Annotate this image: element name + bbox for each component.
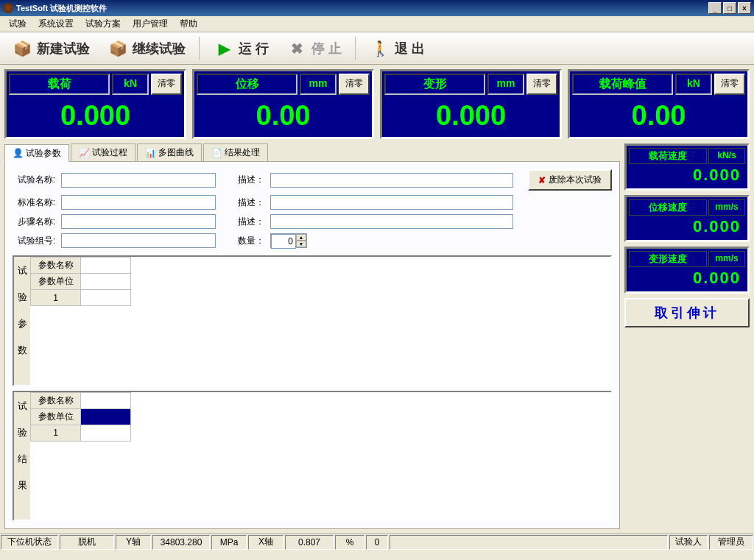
chart-multi-icon: 📊 — [145, 148, 155, 158]
status-machine-label: 下位机状态 — [1, 535, 58, 550]
tab-result-process[interactable]: 📄结果处理 — [203, 143, 268, 161]
status-yaxis-value: 34803.280 — [152, 535, 210, 550]
display-deformation: 变形 mm 清零 0.000 — [380, 69, 562, 139]
window-title: TestSoft 试验机测控软件 — [16, 3, 107, 14]
status-connection: 脱机 — [60, 535, 114, 550]
desc1-label: 描述： — [222, 174, 264, 186]
continue-test-button[interactable]: 📦 继续试验 — [100, 35, 193, 62]
person-icon: 👤 — [13, 148, 23, 158]
status-spacer — [390, 535, 668, 550]
qty-input[interactable] — [271, 234, 296, 249]
param-name-cell[interactable] — [81, 258, 131, 274]
display-peak-load-zero-button[interactable]: 清零 — [714, 74, 745, 95]
tab-test-process[interactable]: 📈试验过程 — [71, 143, 135, 161]
status-yaxis-unit: MPa — [211, 535, 247, 550]
qty-stepper[interactable]: ▲▼ — [270, 233, 307, 248]
menu-help[interactable]: 帮助 — [174, 16, 203, 32]
display-load: 载荷 kN 清零 0.000 — [4, 69, 186, 139]
display-deformation-zero-button[interactable]: 清零 — [526, 74, 557, 95]
close-button[interactable]: × — [738, 2, 751, 14]
display-deformation-value: 0.000 — [384, 96, 557, 135]
display-peak-load-unit: kN — [675, 74, 712, 95]
chart-red-icon: 📈 — [79, 148, 89, 158]
tab-content: 试验名称: 描述： ✘废除本次试验 标准名称: 描述： 步骤名称: 描述： 试 — [4, 161, 620, 529]
test-params-grid: 试验参数 参数名称 参数单位 1 — [13, 255, 612, 386]
qty-down[interactable]: ▼ — [296, 241, 306, 247]
toolbar: 📦 新建试验 📦 继续试验 ▶ 运 行 ✖ 停 止 🚶 退 出 — [0, 32, 754, 65]
display-displacement-label: 位移 — [197, 74, 297, 95]
group-no-input[interactable] — [61, 233, 216, 248]
display-deformation-label: 变形 — [384, 74, 485, 95]
display-displacement-unit: mm — [300, 74, 337, 95]
speed-load-unit: kN/s — [708, 148, 745, 164]
qty-up[interactable]: ▲ — [296, 234, 306, 241]
result-param-unit-header: 参数单位 — [31, 408, 81, 425]
param-name-header: 参数名称 — [31, 258, 81, 274]
menu-test-plan[interactable]: 试验方案 — [80, 16, 127, 32]
discard-test-button[interactable]: ✘废除本次试验 — [528, 169, 612, 191]
status-bar: 下位机状态 脱机 Y轴 34803.280 MPa X轴 0.807 % 0 试… — [0, 534, 754, 550]
maximize-button[interactable]: □ — [723, 2, 736, 14]
speed-displacement-unit: mm/s — [708, 199, 745, 216]
title-bar: TestSoft 试验机测控软件 _ □ × — [0, 0, 754, 16]
minimize-button[interactable]: _ — [708, 2, 722, 14]
display-load-value: 0.000 — [9, 96, 182, 135]
status-tester-label: 试验人 — [669, 535, 708, 550]
menu-user-management[interactable]: 用户管理 — [127, 16, 174, 32]
play-icon: ▶ — [214, 38, 234, 59]
row-1-cell[interactable] — [81, 290, 131, 306]
display-displacement-value: 0.00 — [197, 96, 370, 135]
std-name-input[interactable] — [61, 195, 216, 210]
tab-multi-curve[interactable]: 📊多图曲线 — [137, 143, 202, 161]
test-results-vertical-label: 试验结果 — [14, 392, 30, 520]
display-peak-load-label: 载荷峰值 — [572, 74, 673, 95]
tabs: 👤试验参数 📈试验过程 📊多图曲线 📄结果处理 — [4, 143, 620, 161]
extensometer-button[interactable]: 取引伸计 — [624, 298, 750, 327]
display-displacement-zero-button[interactable]: 清零 — [339, 74, 370, 95]
speed-load-label: 载荷速度 — [629, 148, 707, 164]
param-unit-header: 参数单位 — [31, 274, 81, 290]
test-results-grid: 试验结果 参数名称 参数单位 1 — [13, 391, 612, 522]
display-load-unit: kN — [112, 74, 149, 95]
display-load-zero-button[interactable]: 清零 — [151, 74, 182, 95]
display-deformation-unit: mm — [487, 74, 524, 95]
tab-test-params[interactable]: 👤试验参数 — [4, 144, 69, 162]
menu-test[interactable]: 试验 — [3, 16, 32, 32]
display-peak-load: 载荷峰值 kN 清零 0.00 — [568, 69, 750, 139]
param-unit-cell[interactable] — [81, 274, 131, 290]
desc1-input[interactable] — [270, 173, 513, 188]
menu-bar: 试验 系统设置 试验方案 用户管理 帮助 — [0, 16, 754, 32]
test-name-label: 试验名称: — [13, 174, 55, 186]
step-name-input[interactable] — [61, 214, 216, 229]
menu-system-settings[interactable]: 系统设置 — [32, 16, 80, 32]
display-load-label: 载荷 — [9, 74, 110, 95]
status-extra: 0 — [366, 535, 388, 550]
std-name-label: 标准名称: — [13, 196, 55, 209]
test-name-input[interactable] — [61, 173, 216, 188]
stop-icon: ✖ — [286, 38, 307, 59]
result-param-unit-cell[interactable] — [81, 408, 131, 425]
speed-load-value: 0.000 — [629, 164, 745, 186]
exit-button[interactable]: 🚶 退 出 — [362, 35, 432, 62]
stop-button[interactable]: ✖ 停 止 — [279, 35, 349, 62]
status-tester: 管理员 — [709, 535, 753, 550]
group-no-label: 试验组号: — [13, 235, 55, 247]
status-xaxis-unit: % — [335, 535, 364, 550]
result-row-1-cell[interactable] — [81, 425, 131, 441]
speed-load: 载荷速度 kN/s 0.000 — [624, 143, 750, 191]
speed-deformation-unit: mm/s — [708, 251, 745, 267]
step-name-label: 步骤名称: — [13, 216, 55, 228]
desc2-label: 描述： — [222, 196, 264, 209]
results-table[interactable]: 参数名称 参数单位 1 — [30, 392, 131, 442]
speed-deformation-value: 0.000 — [629, 267, 745, 289]
run-button[interactable]: ▶ 运 行 — [206, 35, 276, 62]
qty-label: 数量： — [222, 235, 264, 247]
desc3-label: 描述： — [222, 216, 264, 228]
desc2-input[interactable] — [270, 195, 513, 210]
new-test-button[interactable]: 📦 新建试验 — [4, 35, 97, 62]
desc3-input[interactable] — [270, 214, 513, 229]
display-peak-load-value: 0.00 — [572, 96, 745, 135]
continue-test-icon: 📦 — [108, 38, 128, 59]
params-table[interactable]: 参数名称 参数单位 1 — [30, 257, 131, 306]
result-param-name-cell[interactable] — [81, 392, 131, 408]
